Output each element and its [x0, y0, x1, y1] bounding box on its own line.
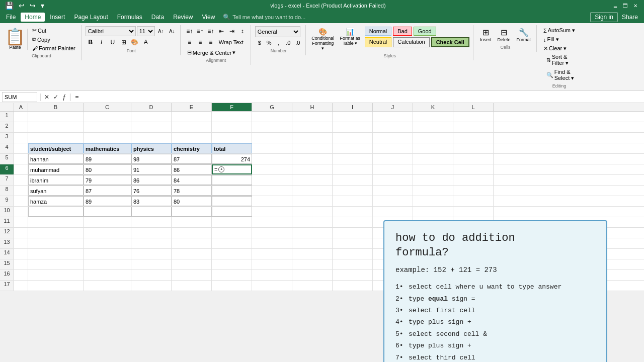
- find-select-button[interactable]: 🔍 Find &Select ▾: [544, 68, 577, 82]
- cell-d16[interactable]: [131, 270, 172, 280]
- cell-f11[interactable]: [212, 217, 252, 227]
- cell-i17[interactable]: [333, 281, 373, 291]
- cell-i7[interactable]: [333, 175, 373, 185]
- cell-b4[interactable]: student/subject: [28, 143, 84, 153]
- cell-b9[interactable]: hamza: [28, 196, 84, 206]
- cell-a7[interactable]: [14, 175, 28, 185]
- number-format-select[interactable]: General: [255, 26, 300, 37]
- cell-i13[interactable]: [333, 238, 373, 248]
- sort-filter-button[interactable]: ⇅ Sort &Filter ▾: [544, 53, 577, 67]
- cell-k6[interactable]: [413, 164, 453, 174]
- align-top-right-button[interactable]: ≡↑: [206, 26, 216, 36]
- name-box[interactable]: [2, 92, 37, 102]
- style-bad[interactable]: Bad: [393, 27, 412, 36]
- align-right-button[interactable]: ≡: [206, 37, 216, 47]
- cell-e9[interactable]: 80: [172, 196, 212, 206]
- menu-file[interactable]: File: [2, 13, 20, 22]
- row-num-5[interactable]: 5: [0, 154, 14, 164]
- cell-i12[interactable]: [333, 228, 373, 238]
- cell-h6[interactable]: [292, 164, 333, 174]
- style-neutral[interactable]: Neutral: [365, 37, 391, 47]
- decrease-decimal-button[interactable]: .0: [293, 38, 302, 47]
- cell-e12[interactable]: [172, 228, 212, 238]
- row-num-3[interactable]: 3: [0, 133, 14, 143]
- cell-i5[interactable]: [333, 154, 373, 164]
- cell-l10[interactable]: [453, 207, 494, 217]
- cell-c16[interactable]: [84, 270, 131, 280]
- cell-b11[interactable]: [28, 217, 84, 227]
- row-num-13[interactable]: 13: [0, 238, 14, 248]
- col-header-g[interactable]: G: [252, 103, 292, 111]
- cell-k9[interactable]: [413, 196, 453, 206]
- style-normal[interactable]: Normal: [365, 27, 391, 36]
- cell-f17[interactable]: [212, 281, 252, 291]
- format-painter-button[interactable]: 🖌 Format Painter: [30, 44, 78, 52]
- increase-decimal-button[interactable]: .0: [284, 38, 293, 47]
- decrease-font-button[interactable]: A↓: [167, 26, 177, 36]
- cell-c10[interactable]: [84, 207, 131, 217]
- cell-g5[interactable]: [252, 154, 292, 164]
- indent-decrease-button[interactable]: ⇤: [216, 26, 226, 36]
- row-num-4[interactable]: 4: [0, 143, 14, 153]
- cell-i16[interactable]: [333, 270, 373, 280]
- save-button[interactable]: 💾: [4, 2, 15, 10]
- menu-page-layout[interactable]: Page Layout: [70, 13, 112, 22]
- cell-g17[interactable]: [252, 281, 292, 291]
- cell-j8[interactable]: [373, 186, 413, 196]
- align-left-button[interactable]: ≡: [185, 37, 195, 47]
- cell-f6[interactable]: = +: [212, 164, 252, 174]
- cell-e7[interactable]: 84: [172, 175, 212, 185]
- cell-e14[interactable]: [172, 249, 212, 259]
- cell-e13[interactable]: [172, 238, 212, 248]
- delete-button[interactable]: ⊟ Delete: [495, 26, 513, 44]
- cell-d14[interactable]: [131, 249, 172, 259]
- cell-c17[interactable]: [84, 281, 131, 291]
- cell-b13[interactable]: [28, 238, 84, 248]
- col-header-k[interactable]: K: [413, 103, 453, 111]
- col-header-f[interactable]: F: [212, 103, 252, 111]
- cell-j4[interactable]: [373, 143, 413, 153]
- cell-a5[interactable]: [14, 154, 28, 164]
- insert-function-button[interactable]: ƒ: [61, 93, 67, 101]
- cell-h9[interactable]: [292, 196, 333, 206]
- style-calculation[interactable]: Calculation: [393, 37, 429, 47]
- bold-button[interactable]: B: [86, 37, 96, 47]
- cell-e2[interactable]: [172, 122, 212, 132]
- cell-a6[interactable]: [14, 164, 28, 174]
- cell-c9[interactable]: 89: [84, 196, 131, 206]
- currency-button[interactable]: $: [255, 38, 264, 47]
- cell-l5[interactable]: [453, 154, 494, 164]
- insert-button[interactable]: ⊞ Insert: [477, 26, 494, 44]
- comma-button[interactable]: ,: [274, 38, 283, 47]
- col-header-i[interactable]: I: [333, 103, 373, 111]
- cell-l4[interactable]: [453, 143, 494, 153]
- align-center-button[interactable]: ≡: [195, 37, 205, 47]
- cell-f15[interactable]: [212, 259, 252, 269]
- cell-d4[interactable]: physics: [131, 143, 172, 153]
- cell-g12[interactable]: [252, 228, 292, 238]
- cell-c6[interactable]: 80: [84, 164, 131, 174]
- col-header-b[interactable]: B: [28, 103, 84, 111]
- cell-e1[interactable]: [172, 112, 212, 122]
- cell-b10[interactable]: [28, 207, 84, 217]
- row-num-6[interactable]: 6: [0, 164, 14, 174]
- cell-d13[interactable]: [131, 238, 172, 248]
- tell-me-search[interactable]: 🔍 Tell me what you want to do...: [220, 13, 308, 22]
- clear-button[interactable]: ✕ Clear ▾: [541, 44, 578, 53]
- cell-a12[interactable]: [14, 228, 28, 238]
- cell-g2[interactable]: [252, 122, 292, 132]
- cell-i10[interactable]: [333, 207, 373, 217]
- wrap-text-button[interactable]: Wrap Text: [216, 37, 246, 47]
- cell-a2[interactable]: [14, 122, 28, 132]
- cell-i6[interactable]: [333, 164, 373, 174]
- cell-h13[interactable]: [292, 238, 333, 248]
- percent-button[interactable]: %: [265, 38, 274, 47]
- cell-j9[interactable]: [373, 196, 413, 206]
- cancel-formula-button[interactable]: ✕: [43, 94, 50, 101]
- cell-h16[interactable]: [292, 270, 333, 280]
- cell-h3[interactable]: [292, 133, 333, 143]
- cell-e4[interactable]: chemistry: [172, 143, 212, 153]
- cell-g10[interactable]: [252, 207, 292, 217]
- cell-b16[interactable]: [28, 270, 84, 280]
- maximize-button[interactable]: 🗖: [621, 2, 630, 10]
